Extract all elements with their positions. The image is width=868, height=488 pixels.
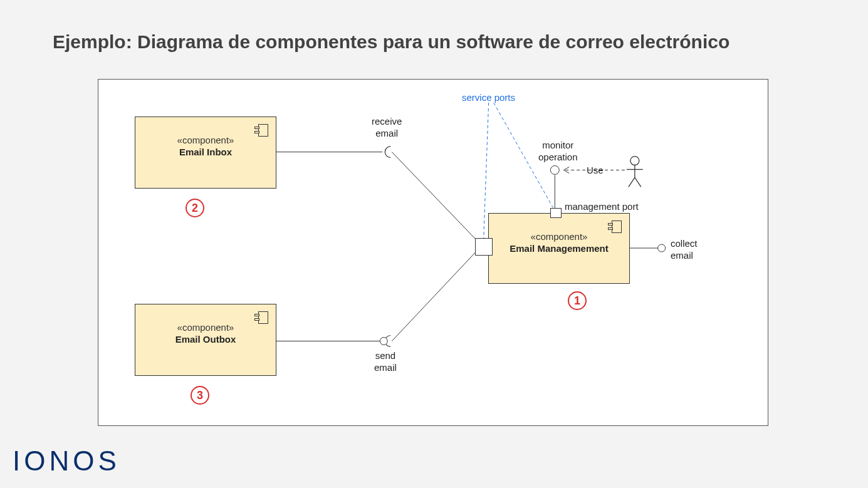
svg-point-10 (630, 157, 639, 165)
ionos-logo: IONOS (13, 445, 120, 477)
component-name: Email Outbox (135, 334, 276, 345)
svg-point-6 (658, 244, 666, 252)
label-service-ports: service ports (462, 92, 515, 104)
label-receive-email: receive email (372, 116, 402, 140)
label-monitor-operation: monitor operation (538, 140, 578, 164)
port-top-management (550, 208, 562, 218)
label-use: Use (587, 165, 604, 177)
svg-line-14 (635, 177, 641, 187)
port-left (475, 238, 493, 256)
svg-line-4 (392, 246, 481, 341)
component-email-inbox: «component» Email Inbox (135, 117, 276, 189)
badge-3: 3 (191, 386, 209, 405)
component-icon (608, 220, 622, 234)
component-icon (254, 311, 268, 324)
component-email-management: «component» Email Managemement (488, 213, 630, 284)
component-name: Email Managemement (489, 243, 629, 254)
component-name: Email Inbox (135, 147, 276, 157)
label-management-port: management port (565, 201, 639, 213)
diagram-title: Ejemplo: Diagrama de componentes para un… (0, 0, 868, 53)
label-send-email: send email (374, 350, 397, 374)
component-icon (254, 123, 268, 137)
svg-line-1 (392, 152, 481, 246)
component-email-outbox: «component» Email Outbox (135, 304, 276, 376)
svg-line-13 (629, 177, 635, 187)
label-collect-email: collect email (671, 238, 698, 262)
badge-1: 1 (568, 291, 587, 310)
svg-point-3 (380, 338, 387, 345)
diagram-frame: «component» Email Inbox 2 «component» Em… (98, 79, 768, 426)
svg-point-8 (550, 166, 559, 175)
badge-2: 2 (186, 199, 204, 217)
